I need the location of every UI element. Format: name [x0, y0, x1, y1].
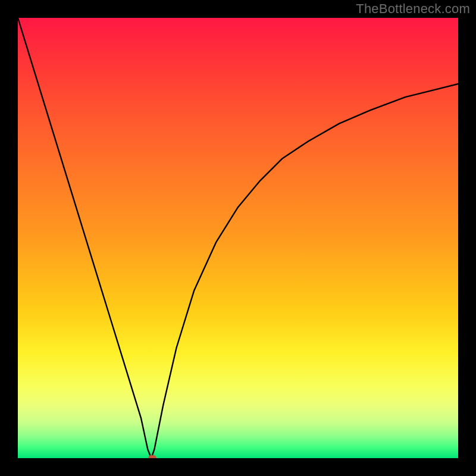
bottleneck-curve — [18, 18, 458, 458]
chart-frame: TheBottleneck.com — [0, 0, 476, 476]
optimal-point-marker — [148, 455, 156, 458]
watermark-label: TheBottleneck.com — [356, 1, 470, 17]
plot-area — [18, 18, 458, 458]
